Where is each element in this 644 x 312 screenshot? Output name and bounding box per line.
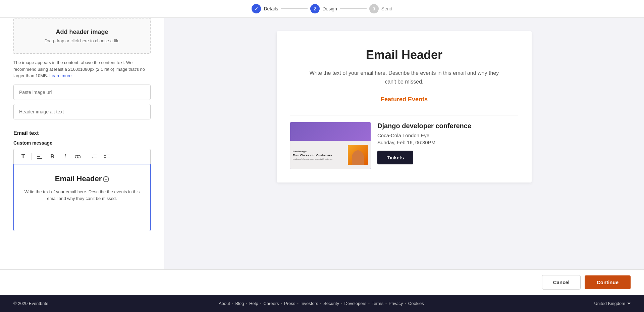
copyright: © 2020 Eventbrite	[13, 301, 48, 306]
toolbar-ordered-list[interactable]: 1.2.	[88, 151, 100, 162]
event-date: Sunday, Feb 16, 06:30PM	[377, 140, 518, 145]
footer-link-cookies[interactable]: Cookies	[408, 301, 424, 306]
alt-text-input[interactable]	[13, 104, 151, 119]
footer-link-terms[interactable]: Terms	[372, 301, 383, 306]
event-image-tagline: Turn Clicks into Customers	[293, 154, 345, 157]
upload-area[interactable]: Add header image Drag-drop or click here…	[13, 18, 151, 54]
editor-content-area[interactable]: Email Header+ Write the text of your ema…	[13, 164, 151, 231]
editor-toolbar: T B i 1.2.	[13, 149, 151, 164]
locale-label: United Kingdom	[594, 301, 625, 306]
main-layout: Add header image Drag-drop or click here…	[0, 18, 644, 269]
custom-message-label: Custom message	[13, 140, 151, 146]
footer-link-careers[interactable]: Careers	[263, 301, 279, 306]
toolbar-bold[interactable]: B	[46, 151, 58, 162]
editor-email-heading: Email Header+	[20, 174, 144, 183]
event-image-brand: Leadmagic	[293, 150, 345, 153]
event-image-person	[348, 145, 368, 165]
footer-link-help[interactable]: Help	[249, 301, 258, 306]
action-bar: Cancel Continue	[0, 269, 644, 295]
wizard-connector-2	[340, 8, 367, 9]
right-panel: Email Header Write the text of your emai…	[164, 18, 644, 269]
step-circle-details: ✓	[252, 4, 261, 13]
svg-rect-6	[93, 157, 97, 157]
step-label-details: Details	[264, 6, 278, 11]
preview-divider	[290, 115, 518, 115]
upload-subtitle: Drag-drop or click here to choose a file	[21, 38, 143, 43]
email-text-section-title: Email text	[13, 130, 151, 136]
event-image-top	[290, 122, 371, 141]
svg-rect-10	[106, 157, 110, 157]
svg-rect-8	[106, 155, 110, 155]
event-venue: Coca-Cola London Eye	[377, 133, 518, 138]
svg-rect-0	[37, 155, 42, 155]
event-image: Leadmagic Turn Clicks into Customers Lea…	[290, 122, 371, 169]
event-details: Django developer conference Coca-Cola Lo…	[377, 122, 518, 164]
svg-rect-1	[37, 156, 40, 157]
preview-email-body: Write the text of your email here. Descr…	[307, 69, 501, 86]
step-label-design: Design	[322, 6, 337, 11]
svg-rect-4	[93, 155, 97, 155]
step-circle-send: 3	[369, 4, 379, 13]
footer: © 2020 Eventbrite About • Blog • Help • …	[0, 295, 644, 312]
preview-email-title: Email Header	[297, 48, 512, 62]
footer-link-privacy[interactable]: Privacy	[389, 301, 403, 306]
chevron-down-icon	[627, 303, 631, 305]
wizard-step-details[interactable]: ✓ Details	[252, 4, 278, 13]
toolbar-unordered-list[interactable]	[101, 151, 113, 162]
toolbar-link[interactable]	[72, 151, 84, 162]
toolbar-text-format[interactable]: T	[17, 151, 29, 162]
left-panel: Add header image Drag-drop or click here…	[0, 18, 164, 269]
toolbar-italic[interactable]: i	[59, 151, 71, 162]
featured-events-label: Featured Events	[297, 96, 512, 103]
wizard-step-send[interactable]: 3 Send	[369, 4, 392, 13]
tickets-button[interactable]: Tickets	[377, 151, 413, 164]
preview-header-text: Email Header Write the text of your emai…	[277, 31, 532, 115]
event-image-desc: Leadmagic helps businesses connect with …	[293, 158, 345, 160]
cancel-button[interactable]: Cancel	[542, 275, 581, 290]
email-preview: Email Header Write the text of your emai…	[277, 31, 532, 183]
event-title: Django developer conference	[377, 122, 518, 130]
event-image-text-block: Leadmagic Turn Clicks into Customers Lea…	[293, 150, 345, 160]
event-card: Leadmagic Turn Clicks into Customers Lea…	[277, 122, 532, 183]
step-label-send: Send	[381, 6, 392, 11]
wizard-bar: ✓ Details 2 Design 3 Send	[0, 0, 644, 18]
svg-point-9	[104, 157, 106, 158]
image-url-input[interactable]	[13, 85, 151, 100]
wizard-connector-1	[281, 8, 308, 9]
editor-email-body: Write the text of your email here. Descr…	[20, 189, 144, 203]
step-circle-design: 2	[310, 4, 320, 13]
footer-links: About • Blog • Help • Careers • Press • …	[219, 301, 424, 306]
svg-rect-2	[37, 158, 42, 159]
learn-more-link[interactable]: Learn more	[49, 73, 71, 78]
footer-link-about[interactable]: About	[219, 301, 230, 306]
footer-link-security[interactable]: Security	[323, 301, 339, 306]
footer-link-developers[interactable]: Developers	[344, 301, 367, 306]
footer-link-press[interactable]: Press	[284, 301, 295, 306]
upload-title: Add header image	[21, 29, 143, 36]
toolbar-sep-2	[86, 153, 86, 160]
footer-link-investors[interactable]: Investors	[301, 301, 318, 306]
event-image-bottom: Leadmagic Turn Clicks into Customers Lea…	[290, 141, 371, 169]
continue-button[interactable]: Continue	[585, 275, 631, 289]
toolbar-align[interactable]	[34, 151, 46, 162]
toolbar-sep-1	[31, 153, 32, 160]
svg-text:2.: 2.	[92, 157, 93, 159]
footer-locale[interactable]: United Kingdom	[594, 301, 631, 306]
wizard-step-design[interactable]: 2 Design	[310, 4, 337, 13]
svg-point-7	[104, 155, 106, 156]
upload-info-text: The image appears in the content, above …	[13, 59, 151, 79]
footer-link-blog[interactable]: Blog	[235, 301, 244, 306]
